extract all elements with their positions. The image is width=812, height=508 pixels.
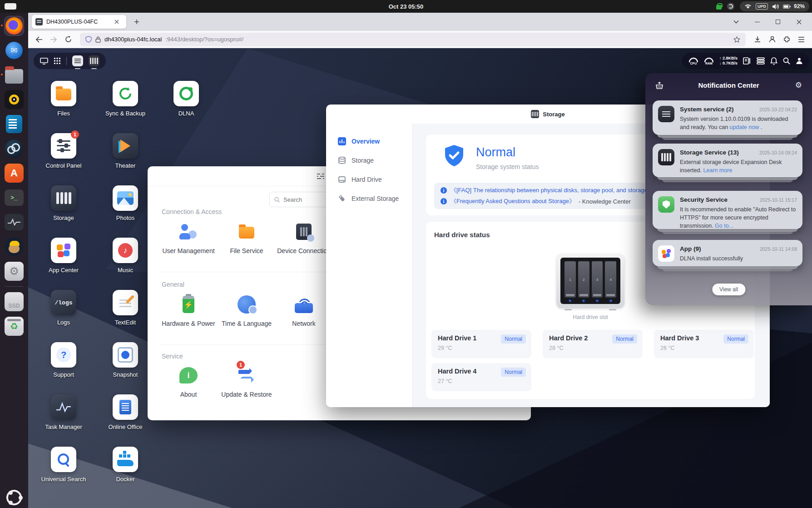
notification-storage-service[interactable]: Storage Service (13)2025-10-16 09:24 Ext… xyxy=(653,144,802,177)
cpu-gauge[interactable]: CPU xyxy=(688,57,698,65)
dock-terminal-icon[interactable]: >_ xyxy=(5,188,24,207)
desktop-icon-app-center[interactable]: App Center xyxy=(36,238,91,290)
forward-button[interactable] xyxy=(47,33,60,46)
maximize-button[interactable] xyxy=(772,16,784,28)
dock-firefox-icon[interactable] xyxy=(5,16,24,35)
recycle-icon: ♻ xyxy=(5,317,24,336)
cp-item-update-restore[interactable]: 1Update & Restore xyxy=(217,364,276,398)
taskbar-control-panel-window[interactable] xyxy=(72,55,83,66)
dock-system-monitor-icon[interactable] xyxy=(5,213,24,232)
desktop-icon-textedit[interactable]: TextEdit xyxy=(98,290,153,342)
dock-thunderbird-icon[interactable]: ✉ xyxy=(5,41,24,60)
view-all-button[interactable]: View all xyxy=(712,284,745,295)
desktop-icon-logs[interactable]: /logsLogs xyxy=(36,290,91,342)
faq-link-2[interactable]: 《Frequently Asked Questions about Storag… xyxy=(451,197,575,205)
dock-file-manager-icon[interactable] xyxy=(5,65,24,85)
menu-hamburger-icon[interactable] xyxy=(795,33,807,46)
bookmark-star-icon[interactable] xyxy=(733,36,740,43)
tab-list-chevron-icon[interactable] xyxy=(730,16,742,28)
desktop-icon-online-office[interactable]: Online Office xyxy=(98,394,153,447)
browser-tab[interactable]: DH4300PLUS-04FC xyxy=(32,15,126,29)
info-icon: i xyxy=(441,187,447,194)
desktop-icon-files[interactable]: Files xyxy=(36,81,91,133)
led-indicator xyxy=(569,300,571,302)
dock-ubuntu-logo-icon[interactable] xyxy=(6,490,22,505)
desktop-icon-snapshot[interactable]: Snapshot xyxy=(98,342,153,394)
dock-steam-icon[interactable] xyxy=(5,139,24,158)
sidebar-item-hard-drive[interactable]: Hard Drive xyxy=(326,170,412,189)
status-tray-pill[interactable]: UPD 92% xyxy=(740,1,809,11)
desktop-icon-theater[interactable]: Theater xyxy=(98,133,153,185)
cp-item-user-management[interactable]: User Management xyxy=(159,221,218,254)
ram-gauge[interactable]: RAM xyxy=(704,57,714,65)
tray-swirl-icon[interactable] xyxy=(727,3,734,10)
app-grid-icon[interactable] xyxy=(54,57,61,65)
desktop-icon-sync-backup[interactable]: Sync & Backup xyxy=(98,81,153,133)
faq-link-1[interactable]: 《[FAQ] The relationship between physical… xyxy=(451,186,648,194)
desktop-icon-docker[interactable]: Docker xyxy=(98,447,153,499)
lock-indicator-icon[interactable] xyxy=(716,5,722,10)
learn-more-link[interactable]: Learn more xyxy=(703,167,732,174)
extensions-icon[interactable] xyxy=(780,33,793,46)
notification-settings-gear-icon[interactable]: ⚙ xyxy=(795,80,802,90)
search-icon[interactable] xyxy=(783,57,790,65)
cp-item-about[interactable]: iAbout xyxy=(159,364,218,398)
cp-item-network[interactable]: Network xyxy=(274,294,333,327)
notification-badge: 1 xyxy=(71,130,79,139)
desktop-icon-dlna[interactable]: DLNA xyxy=(159,81,213,133)
network-speeds[interactable]: ↑ 2.8KB/s ↓ 0.7KB/s xyxy=(719,56,738,66)
update-restore-icon xyxy=(238,367,256,383)
section-title-connection: Connection & Access xyxy=(162,208,222,215)
sidebar-item-storage[interactable]: Storage xyxy=(326,151,412,170)
sidebar-item-overview[interactable]: Overview xyxy=(326,132,412,151)
screen: Oct 23 05:50 UPD 92% ✉ A >_ ⚙ SSD ♻ xyxy=(0,0,812,508)
cp-item-time-language[interactable]: Time & Language xyxy=(217,294,276,327)
show-desktop-icon[interactable] xyxy=(40,58,48,65)
dock-gopher-app-icon[interactable] xyxy=(5,237,24,256)
desktop-icon-task-manager[interactable]: Task Manager xyxy=(36,394,91,447)
taskbar-storage-window[interactable] xyxy=(89,55,99,66)
bell-icon[interactable] xyxy=(770,57,777,65)
cp-item-hardware-power[interactable]: ⚡Hardware & Power xyxy=(159,294,218,327)
tab-close-icon[interactable] xyxy=(111,16,123,28)
minimize-button[interactable] xyxy=(751,16,763,28)
downloads-icon[interactable] xyxy=(751,33,764,46)
desktop-icon-photos[interactable]: Photos xyxy=(98,185,153,238)
back-button[interactable] xyxy=(33,33,45,46)
dock-rhythmbox-icon[interactable] xyxy=(5,90,24,109)
control-panel-window-icon[interactable] xyxy=(317,173,325,180)
browser-navbar: dh4300plus-04fc.local:9443/desktop/?os=u… xyxy=(28,31,812,48)
dock-app-center-icon[interactable]: A xyxy=(5,164,24,183)
cp-item-file-service[interactable]: File Service xyxy=(217,221,276,254)
dock-trash-icon[interactable]: ♻ xyxy=(5,317,24,336)
notification-app[interactable]: App (9)2025-10-11 14:58 DLNA install suc… xyxy=(653,240,802,266)
account-icon[interactable] xyxy=(766,33,778,46)
sidebar-item-external-storage[interactable]: External Storage xyxy=(326,189,412,208)
task-queue-icon[interactable] xyxy=(757,57,765,65)
go-to-link[interactable]: Go to... xyxy=(715,223,733,229)
storage-app-icon xyxy=(531,110,539,118)
desktop-icon-support[interactable]: ?Support xyxy=(36,342,91,394)
url-bar[interactable]: dh4300plus-04fc.local:9443/desktop/?os=u… xyxy=(80,33,746,46)
dock-ssd-drive-icon[interactable]: SSD xyxy=(5,292,24,311)
nas-taskbar-left xyxy=(34,53,106,69)
desktop-icon-universal-search[interactable]: Universal Search xyxy=(36,447,91,499)
update-now-link[interactable]: update now xyxy=(730,124,759,130)
new-tab-button[interactable] xyxy=(131,16,143,28)
dock-libreoffice-writer-icon[interactable] xyxy=(5,115,24,134)
system-clock[interactable]: Oct 23 05:50 xyxy=(0,0,812,13)
widgets-panel-icon[interactable] xyxy=(743,57,751,65)
desktop-icon-control-panel[interactable]: 1Control Panel xyxy=(36,133,91,185)
reload-button[interactable] xyxy=(62,33,74,46)
user-icon[interactable] xyxy=(796,57,803,65)
desktop-icon-column-1: Files 1Control Panel Storage App Center … xyxy=(36,81,91,499)
close-button[interactable] xyxy=(793,16,805,28)
desktop-icon-music[interactable]: ♪Music xyxy=(98,238,153,290)
notification-system-service[interactable]: System service (2)2025-10-22 04:22 Syste… xyxy=(653,100,802,135)
cp-item-device-connection[interactable]: Device Connection xyxy=(274,221,333,254)
notification-security-service[interactable]: Security Service2025-10-11 15:17 It is r… xyxy=(653,191,802,229)
dock-settings-icon[interactable]: ⚙ xyxy=(5,262,24,281)
network-icon xyxy=(295,303,313,313)
logs-icon: /logs xyxy=(51,290,76,315)
desktop-icon-storage[interactable]: Storage xyxy=(36,185,91,238)
